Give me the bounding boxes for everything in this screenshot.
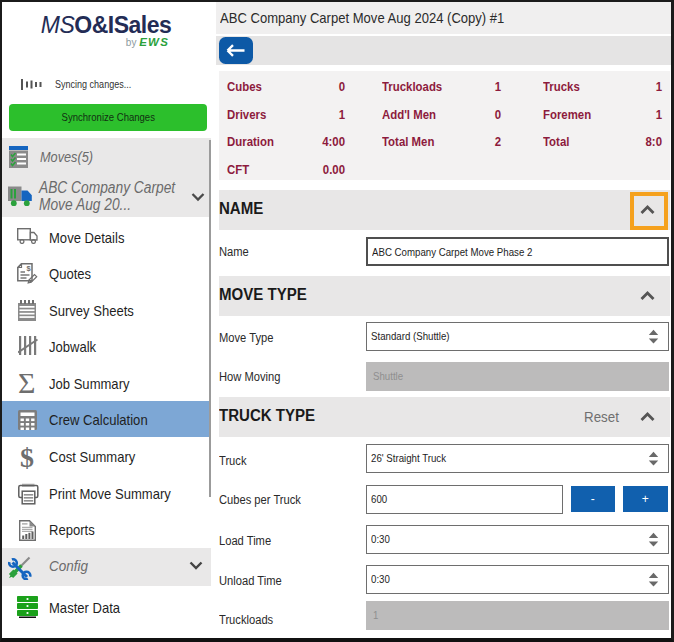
svg-text:$: $ — [27, 264, 32, 273]
